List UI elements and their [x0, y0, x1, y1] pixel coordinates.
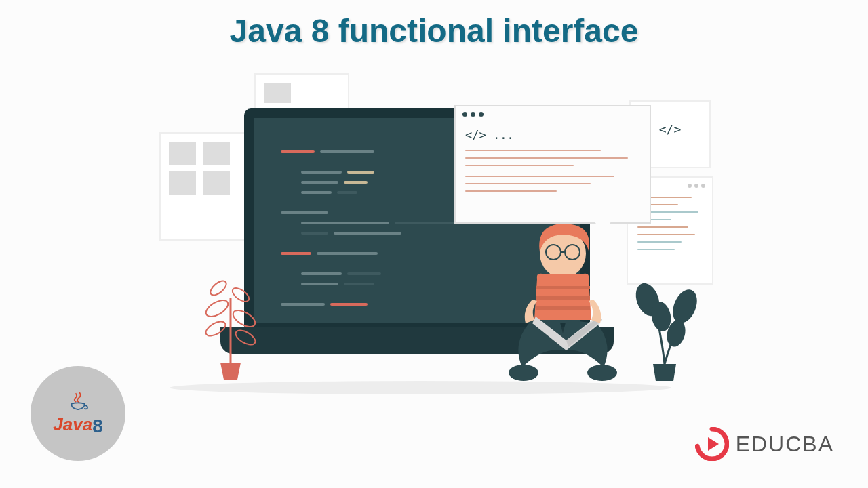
speech-code-panel: </> ...	[454, 105, 651, 224]
java-text: Java	[53, 414, 92, 434]
window-dots-icon	[462, 112, 484, 117]
svg-point-5	[231, 285, 252, 304]
educba-play-icon	[695, 427, 729, 461]
person-coding-icon	[488, 211, 637, 388]
plant-left-icon	[197, 258, 264, 380]
svg-point-18	[587, 365, 617, 381]
educba-text: EDUCBA	[736, 432, 834, 457]
svg-rect-15	[536, 296, 590, 300]
svg-rect-16	[536, 306, 590, 310]
code-tag-label: </> ...	[465, 128, 514, 142]
svg-point-17	[509, 365, 538, 381]
svg-point-4	[208, 279, 229, 298]
hero-illustration: </>	[197, 68, 671, 393]
svg-point-0	[203, 297, 231, 320]
java-cup-icon	[64, 392, 92, 411]
educba-logo: EDUCBA	[695, 427, 834, 461]
svg-point-3	[233, 327, 258, 348]
java-badge-text: Java8	[53, 413, 102, 435]
svg-point-8	[668, 286, 701, 327]
svg-point-1	[231, 307, 258, 330]
java8-badge: Java8	[31, 366, 125, 461]
code-tag-icon: </>	[659, 122, 682, 136]
java-version: 8	[92, 415, 103, 436]
svg-point-2	[203, 319, 228, 339]
page-title: Java 8 functional interface	[230, 12, 639, 49]
svg-rect-14	[536, 286, 590, 289]
